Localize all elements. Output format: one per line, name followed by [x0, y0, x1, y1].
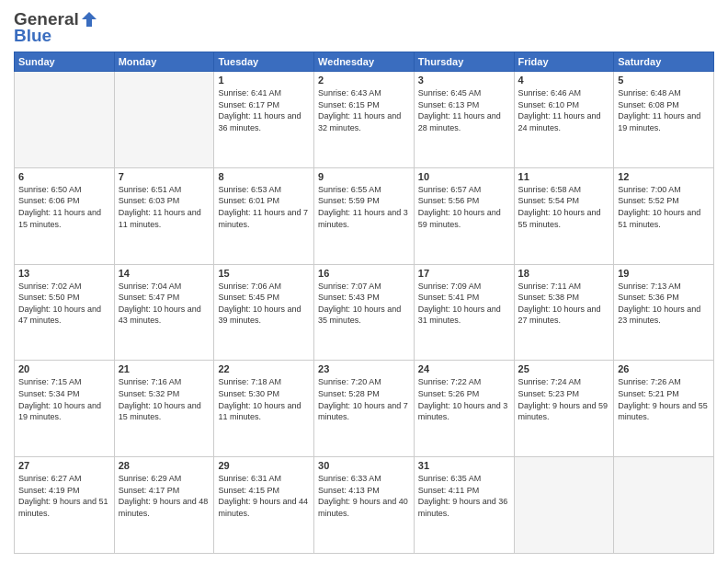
- day-cell: 18Sunrise: 7:11 AMSunset: 5:38 PMDayligh…: [514, 264, 614, 361]
- day-info: Sunrise: 6:41 AMSunset: 6:17 PMDaylight:…: [218, 87, 310, 133]
- day-cell: 2Sunrise: 6:43 AMSunset: 6:15 PMDaylight…: [314, 72, 415, 168]
- day-number: 7: [119, 171, 210, 182]
- day-number: 28: [119, 460, 210, 471]
- week-row-1: 1Sunrise: 6:41 AMSunset: 6:17 PMDaylight…: [15, 72, 714, 168]
- day-info: Sunrise: 6:46 AMSunset: 6:10 PMDaylight:…: [518, 87, 610, 133]
- day-cell: 26Sunrise: 7:26 AMSunset: 5:21 PMDayligh…: [614, 361, 714, 457]
- day-cell: 29Sunrise: 6:31 AMSunset: 4:15 PMDayligh…: [214, 457, 314, 554]
- day-cell: 7Sunrise: 6:51 AMSunset: 6:03 PMDaylight…: [114, 167, 214, 264]
- day-number: 12: [618, 171, 710, 182]
- day-number: 5: [618, 75, 710, 86]
- day-info: Sunrise: 7:24 AMSunset: 5:23 PMDaylight:…: [518, 376, 610, 422]
- day-cell: 9Sunrise: 6:55 AMSunset: 5:59 PMDaylight…: [314, 167, 415, 264]
- day-number: 24: [418, 363, 510, 374]
- day-cell: 4Sunrise: 6:46 AMSunset: 6:10 PMDaylight…: [514, 72, 614, 168]
- day-info: Sunrise: 7:16 AMSunset: 5:32 PMDaylight:…: [119, 376, 210, 422]
- day-number: 1: [218, 75, 310, 86]
- day-info: Sunrise: 7:04 AMSunset: 5:47 PMDaylight:…: [119, 281, 210, 327]
- day-info: Sunrise: 6:29 AMSunset: 4:17 PMDaylight:…: [119, 473, 210, 519]
- day-number: 20: [18, 363, 110, 374]
- day-number: 25: [518, 363, 610, 374]
- weekday-thursday: Thursday: [414, 52, 514, 72]
- week-row-4: 20Sunrise: 7:15 AMSunset: 5:34 PMDayligh…: [15, 361, 714, 457]
- day-info: Sunrise: 6:27 AMSunset: 4:19 PMDaylight:…: [18, 473, 110, 519]
- day-cell: 23Sunrise: 7:20 AMSunset: 5:28 PMDayligh…: [314, 361, 415, 457]
- weekday-sunday: Sunday: [15, 52, 115, 72]
- day-info: Sunrise: 7:20 AMSunset: 5:28 PMDaylight:…: [318, 376, 410, 422]
- header: General Blue: [14, 9, 714, 46]
- day-cell: 24Sunrise: 7:22 AMSunset: 5:26 PMDayligh…: [414, 361, 514, 457]
- logo-icon: [79, 9, 99, 29]
- day-cell: 17Sunrise: 7:09 AMSunset: 5:41 PMDayligh…: [414, 264, 514, 361]
- day-cell: 30Sunrise: 6:33 AMSunset: 4:13 PMDayligh…: [314, 457, 415, 554]
- day-cell: 3Sunrise: 6:45 AMSunset: 6:13 PMDaylight…: [414, 72, 514, 168]
- day-info: Sunrise: 6:55 AMSunset: 5:59 PMDaylight:…: [318, 184, 410, 230]
- weekday-wednesday: Wednesday: [314, 52, 415, 72]
- day-number: 21: [119, 363, 210, 374]
- day-number: 16: [318, 268, 410, 279]
- day-number: 15: [218, 268, 310, 279]
- day-number: 13: [18, 268, 110, 279]
- day-cell: 19Sunrise: 7:13 AMSunset: 5:36 PMDayligh…: [614, 264, 714, 361]
- day-cell: 31Sunrise: 6:35 AMSunset: 4:11 PMDayligh…: [414, 457, 514, 554]
- week-row-2: 6Sunrise: 6:50 AMSunset: 6:06 PMDaylight…: [15, 167, 714, 264]
- day-cell: 12Sunrise: 7:00 AMSunset: 5:52 PMDayligh…: [614, 167, 714, 264]
- day-info: Sunrise: 6:51 AMSunset: 6:03 PMDaylight:…: [119, 184, 210, 230]
- day-number: 27: [18, 460, 110, 471]
- day-cell: 11Sunrise: 6:58 AMSunset: 5:54 PMDayligh…: [514, 167, 614, 264]
- weekday-header-row: SundayMondayTuesdayWednesdayThursdayFrid…: [15, 52, 714, 72]
- day-cell: 25Sunrise: 7:24 AMSunset: 5:23 PMDayligh…: [514, 361, 614, 457]
- day-info: Sunrise: 6:58 AMSunset: 5:54 PMDaylight:…: [518, 184, 610, 230]
- day-info: Sunrise: 7:06 AMSunset: 5:45 PMDaylight:…: [218, 281, 310, 327]
- day-info: Sunrise: 6:31 AMSunset: 4:15 PMDaylight:…: [218, 473, 310, 519]
- day-number: 2: [318, 75, 410, 86]
- day-cell: 20Sunrise: 7:15 AMSunset: 5:34 PMDayligh…: [15, 361, 115, 457]
- day-info: Sunrise: 7:13 AMSunset: 5:36 PMDaylight:…: [618, 281, 710, 327]
- day-info: Sunrise: 7:26 AMSunset: 5:21 PMDaylight:…: [618, 376, 710, 422]
- day-number: 10: [418, 171, 510, 182]
- day-cell: 5Sunrise: 6:48 AMSunset: 6:08 PMDaylight…: [614, 72, 714, 168]
- day-cell: 28Sunrise: 6:29 AMSunset: 4:17 PMDayligh…: [114, 457, 214, 554]
- day-info: Sunrise: 7:15 AMSunset: 5:34 PMDaylight:…: [18, 376, 110, 422]
- day-info: Sunrise: 7:09 AMSunset: 5:41 PMDaylight:…: [418, 281, 510, 327]
- day-cell: 27Sunrise: 6:27 AMSunset: 4:19 PMDayligh…: [15, 457, 115, 554]
- day-cell: 21Sunrise: 7:16 AMSunset: 5:32 PMDayligh…: [114, 361, 214, 457]
- weekday-saturday: Saturday: [614, 52, 714, 72]
- day-cell: 14Sunrise: 7:04 AMSunset: 5:47 PMDayligh…: [114, 264, 214, 361]
- day-info: Sunrise: 6:33 AMSunset: 4:13 PMDaylight:…: [318, 473, 410, 519]
- day-number: 14: [119, 268, 210, 279]
- day-cell: 1Sunrise: 6:41 AMSunset: 6:17 PMDaylight…: [214, 72, 314, 168]
- day-cell: [514, 457, 614, 554]
- day-info: Sunrise: 6:45 AMSunset: 6:13 PMDaylight:…: [418, 87, 510, 133]
- day-cell: 8Sunrise: 6:53 AMSunset: 6:01 PMDaylight…: [214, 167, 314, 264]
- day-cell: 16Sunrise: 7:07 AMSunset: 5:43 PMDayligh…: [314, 264, 415, 361]
- weekday-tuesday: Tuesday: [214, 52, 314, 72]
- day-cell: 22Sunrise: 7:18 AMSunset: 5:30 PMDayligh…: [214, 361, 314, 457]
- day-number: 22: [218, 363, 310, 374]
- day-info: Sunrise: 7:00 AMSunset: 5:52 PMDaylight:…: [618, 184, 710, 230]
- day-cell: 6Sunrise: 6:50 AMSunset: 6:06 PMDaylight…: [15, 167, 115, 264]
- day-cell: [15, 72, 115, 168]
- calendar: SundayMondayTuesdayWednesdayThursdayFrid…: [14, 52, 714, 554]
- day-number: 11: [518, 171, 610, 182]
- logo: General Blue: [14, 9, 99, 46]
- day-number: 30: [318, 460, 410, 471]
- day-number: 6: [18, 171, 110, 182]
- day-info: Sunrise: 6:53 AMSunset: 6:01 PMDaylight:…: [218, 184, 310, 230]
- weekday-friday: Friday: [514, 52, 614, 72]
- week-row-5: 27Sunrise: 6:27 AMSunset: 4:19 PMDayligh…: [15, 457, 714, 554]
- day-number: 23: [318, 363, 410, 374]
- day-info: Sunrise: 7:22 AMSunset: 5:26 PMDaylight:…: [418, 376, 510, 422]
- day-cell: [614, 457, 714, 554]
- day-number: 9: [318, 171, 410, 182]
- day-info: Sunrise: 7:18 AMSunset: 5:30 PMDaylight:…: [218, 376, 310, 422]
- day-cell: 13Sunrise: 7:02 AMSunset: 5:50 PMDayligh…: [15, 264, 115, 361]
- day-cell: 10Sunrise: 6:57 AMSunset: 5:56 PMDayligh…: [414, 167, 514, 264]
- week-row-3: 13Sunrise: 7:02 AMSunset: 5:50 PMDayligh…: [15, 264, 714, 361]
- day-number: 17: [418, 268, 510, 279]
- day-info: Sunrise: 6:57 AMSunset: 5:56 PMDaylight:…: [418, 184, 510, 230]
- day-number: 19: [618, 268, 710, 279]
- day-number: 31: [418, 460, 510, 471]
- day-cell: 15Sunrise: 7:06 AMSunset: 5:45 PMDayligh…: [214, 264, 314, 361]
- day-info: Sunrise: 6:35 AMSunset: 4:11 PMDaylight:…: [418, 473, 510, 519]
